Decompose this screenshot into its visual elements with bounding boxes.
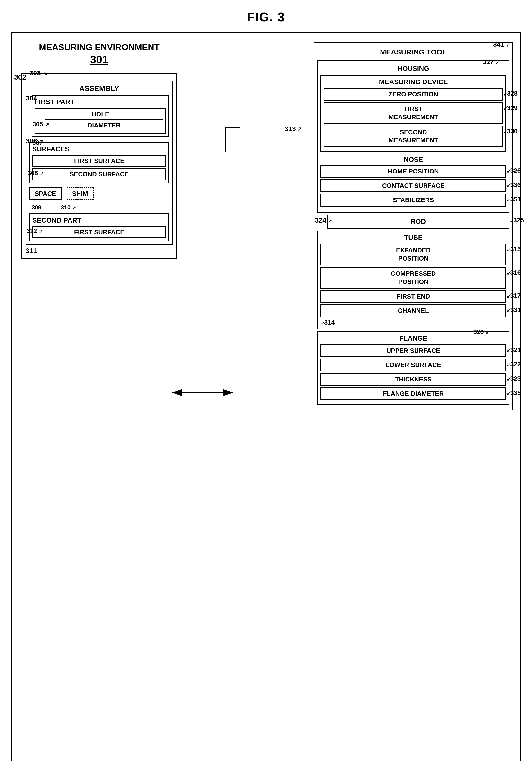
measuring-tool-box: 341 ↙ MEASURING TOOL 327 ↙ HOUSING MEASU… [314,42,513,410]
thickness-row: THICKNESS ↙323 [321,373,506,386]
ref-325: ↙325 [510,217,524,224]
stabilizers-row: STABILIZERS ↙351 [321,194,506,206]
compressed-position-row: COMPRESSED POSITION ↙316 [321,267,506,289]
ref-304: 304 [26,95,37,102]
ref-322: ↙322 [507,361,521,368]
ref-323: ↙323 [507,375,521,382]
tube-section: TUBE EXPANDED POSITION ↙315 COMPRESS [317,231,510,329]
nose-section: NOSE HOME POSITION ↙326 CONTACT SURFACE [321,154,506,209]
ref-327-label: 327 ↙ [483,58,499,66]
second-surface-box: SECOND SURFACE [32,168,166,180]
lower-surface-box: LOWER SURFACE [321,359,506,371]
measuring-device-title: MEASURING DEVICE [324,78,503,86]
hole-title: HOLE [38,111,163,118]
ref-313: 313 ↗ [284,125,302,133]
upper-surface-box: UPPER SURFACE [321,344,506,357]
nose-title: NOSE [321,156,506,164]
ref-335: ↙335 [507,389,521,397]
second-part-first-surface: FIRST SURFACE [32,226,166,238]
expanded-position-box: EXPANDED POSITION [321,244,506,265]
right-section: 341 ↙ MEASURING TOOL 327 ↙ HOUSING MEASU… [314,42,513,410]
ref-312: 312 ↗ [26,227,43,235]
thickness-box: THICKNESS [321,373,506,386]
rod-row: 324 ↗ ROD ↙325 [317,215,510,229]
home-position-box: HOME POSITION [321,165,506,178]
flange-diameter-row: FLANGE DIAMETER ↙335 [321,387,506,400]
first-measurement-box: FIRST MEASUREMENT [324,102,503,124]
ref-317: ↙317 [507,292,521,299]
ref-328: ↙328 [504,90,518,97]
contact-surface-row: CONTACT SURFACE ↙336 [321,179,506,192]
ref-307-label: 307 [32,139,43,146]
contact-surface-box: CONTACT SURFACE [321,179,506,192]
space-shim-row: SPACE SHIM [29,187,169,200]
stabilizers-box: STABILIZERS [321,194,506,206]
space-shim-refs: 309 310 ↗ [31,204,169,211]
first-measurement-row: FIRST MEASUREMENT ↙329 [324,102,503,124]
expanded-position-row: EXPANDED POSITION ↙315 [321,244,506,265]
left-section: MEASURING ENVIRONMENT 301 302 303 ↘ ASSE… [21,42,177,259]
ref-311: 311 [25,247,173,255]
first-surface-box: FIRST SURFACE [32,155,166,167]
first-end-row: FIRST END ↙317 [321,290,506,303]
home-position-row: HOME POSITION ↙326 [321,165,506,178]
second-measurement-row: SECOND MEASUREMENT ↙330 [324,126,503,147]
ref-316: ↙316 [507,269,521,277]
rod-box: ROD [327,215,510,229]
ref-336: ↙336 [507,181,521,189]
flange-diameter-box: FLANGE DIAMETER [321,387,506,400]
surfaces-block: 307 SURFACES FIRST SURFACE 308 ↗ SECOND … [29,142,169,183]
ref-320: 320 ↙ [473,328,489,336]
ref-321: ↙321 [507,346,521,354]
second-part-title: SECOND PART [32,217,166,224]
second-measurement-box: SECOND MEASUREMENT [324,126,503,147]
lower-surface-row: LOWER SURFACE ↙322 [321,359,506,371]
channel-box: CHANNEL [321,304,506,317]
flange-section: 320 ↙ FLANGE UPPER SURFACE ↙321 LOWER SU… [317,332,510,405]
tube-title: TUBE [321,234,506,242]
housing-title: HOUSING [321,65,506,72]
first-part-block: FIRST PART HOLE 305 ↗ DI [31,95,169,137]
env-label: MEASURING ENVIRONMENT [39,42,159,52]
ref-341: 341 ↙ [493,41,510,48]
ref-314: ↗314 [321,319,506,326]
ref-315: ↙315 [507,245,521,253]
ref-303-label: 303 ↘ [29,69,47,77]
first-part-title: FIRST PART [35,98,166,106]
ref-330: ↙330 [504,127,518,135]
outer-box-302: 303 ↘ ASSEMBLY 304 FIRST PART HOLE [21,73,177,259]
ref-305: 305 ↗ [32,120,49,128]
second-part-surface-row: 312 ↗ FIRST SURFACE [32,226,166,238]
zero-position-row: ZERO POSITION ↙328 [324,88,503,101]
ref-351: ↙351 [507,196,521,203]
assembly-block: ASSEMBLY 304 FIRST PART HOLE [25,80,173,245]
upper-surface-row: UPPER SURFACE ↙321 [321,344,506,357]
figure-title: FIG. 3 [11,10,521,24]
second-part-block: SECOND PART 312 ↗ FIRST SURFACE [29,214,169,241]
measuring-tool-title: MEASURING TOOL [317,46,510,58]
diameter-row: 305 ↗ DIAMETER [38,119,163,131]
space-box: SPACE [29,187,62,200]
second-surface-row: 308 ↗ SECOND SURFACE [32,168,166,180]
ref-331: ↙331 [507,306,521,314]
ref-310: 310 ↗ [61,204,76,211]
ref-309: 309 [31,204,41,211]
env-number: 301 [90,54,108,65]
first-part-section: 304 FIRST PART HOLE 305 ↗ [29,95,169,137]
compressed-position-box: COMPRESSED POSITION [321,267,506,289]
ref-308: 308 ↗ [27,169,44,177]
assembly-title: ASSEMBLY [29,84,169,93]
hole-block: HOLE 305 ↗ DIAMETER [35,108,166,134]
first-end-box: FIRST END [321,290,506,303]
diameter-box: DIAMETER [45,119,163,131]
surfaces-title: SURFACES [32,145,166,153]
shim-box: SHIM [67,187,93,200]
ref-326: ↙326 [507,167,521,174]
housing-block: 327 ↙ HOUSING MEASURING DEVICE ZERO POSI… [317,60,510,213]
zero-position-box: ZERO POSITION [324,88,503,101]
page: FIG. 3 MEASURING ENVIRONMENT [11,10,521,769]
ref-329: ↙329 [504,104,518,112]
main-diagram: MEASURING ENVIRONMENT 301 302 303 ↘ ASSE… [11,32,521,762]
channel-row: CHANNEL ↙331 [321,304,506,317]
measuring-device-block: MEASURING DEVICE ZERO POSITION ↙328 FIRS… [321,75,506,152]
